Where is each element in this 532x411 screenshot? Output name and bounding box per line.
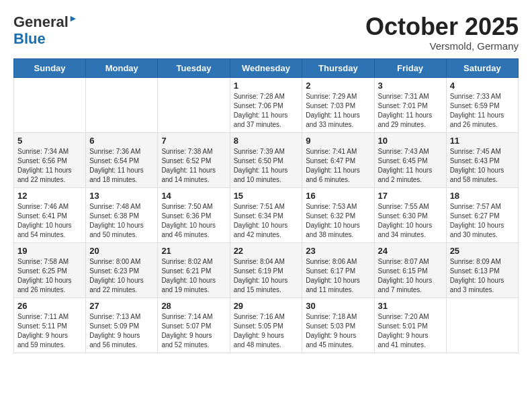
calendar-cell: 18Sunrise: 7:57 AM Sunset: 6:27 PM Dayli… bbox=[446, 187, 518, 242]
calendar-week-row: 1Sunrise: 7:28 AM Sunset: 7:06 PM Daylig… bbox=[14, 77, 519, 132]
weekday-header: Tuesday bbox=[158, 58, 230, 77]
day-info: Sunrise: 8:09 AM Sunset: 6:13 PM Dayligh… bbox=[450, 257, 515, 295]
logo-general: General bbox=[13, 13, 69, 30]
day-number: 29 bbox=[234, 301, 299, 311]
title-section: October 2025 Versmold, Germany bbox=[365, 13, 519, 52]
calendar-cell: 21Sunrise: 8:02 AM Sunset: 6:21 PM Dayli… bbox=[158, 242, 230, 298]
calendar-cell bbox=[14, 77, 86, 132]
day-number: 26 bbox=[17, 301, 82, 311]
calendar-cell: 1Sunrise: 7:28 AM Sunset: 7:06 PM Daylig… bbox=[230, 77, 302, 132]
calendar-cell: 22Sunrise: 8:04 AM Sunset: 6:19 PM Dayli… bbox=[230, 242, 302, 298]
weekday-header: Sunday bbox=[14, 58, 86, 77]
day-number: 8 bbox=[234, 136, 299, 146]
day-number: 17 bbox=[378, 191, 443, 201]
calendar-cell: 30Sunrise: 7:18 AM Sunset: 5:03 PM Dayli… bbox=[302, 298, 374, 353]
calendar-cell: 28Sunrise: 7:14 AM Sunset: 5:07 PM Dayli… bbox=[158, 298, 230, 353]
day-info: Sunrise: 7:46 AM Sunset: 6:41 PM Dayligh… bbox=[17, 202, 82, 240]
day-info: Sunrise: 7:11 AM Sunset: 5:11 PM Dayligh… bbox=[17, 312, 82, 350]
calendar-cell: 19Sunrise: 7:58 AM Sunset: 6:25 PM Dayli… bbox=[14, 242, 86, 298]
day-info: Sunrise: 7:16 AM Sunset: 5:05 PM Dayligh… bbox=[234, 312, 299, 350]
calendar-cell: 4Sunrise: 7:33 AM Sunset: 6:59 PM Daylig… bbox=[446, 77, 518, 132]
weekday-header: Saturday bbox=[446, 58, 518, 77]
day-info: Sunrise: 7:33 AM Sunset: 6:59 PM Dayligh… bbox=[450, 92, 515, 130]
day-number: 24 bbox=[378, 246, 443, 256]
day-info: Sunrise: 7:43 AM Sunset: 6:45 PM Dayligh… bbox=[378, 147, 443, 185]
day-number: 4 bbox=[450, 81, 515, 91]
calendar-week-row: 5Sunrise: 7:34 AM Sunset: 6:56 PM Daylig… bbox=[14, 132, 519, 187]
calendar-cell: 23Sunrise: 8:06 AM Sunset: 6:17 PM Dayli… bbox=[302, 242, 374, 298]
day-number: 25 bbox=[450, 246, 515, 256]
day-number: 11 bbox=[450, 136, 515, 146]
calendar-cell: 3Sunrise: 7:31 AM Sunset: 7:01 PM Daylig… bbox=[374, 77, 446, 132]
calendar-cell: 24Sunrise: 8:07 AM Sunset: 6:15 PM Dayli… bbox=[374, 242, 446, 298]
day-info: Sunrise: 7:50 AM Sunset: 6:36 PM Dayligh… bbox=[161, 202, 226, 240]
day-info: Sunrise: 7:14 AM Sunset: 5:07 PM Dayligh… bbox=[161, 312, 226, 350]
calendar-week-row: 19Sunrise: 7:58 AM Sunset: 6:25 PM Dayli… bbox=[14, 242, 519, 298]
calendar-cell: 5Sunrise: 7:34 AM Sunset: 6:56 PM Daylig… bbox=[14, 132, 86, 187]
day-info: Sunrise: 7:13 AM Sunset: 5:09 PM Dayligh… bbox=[89, 312, 154, 350]
month-title: October 2025 bbox=[365, 13, 519, 40]
day-number: 12 bbox=[17, 191, 82, 201]
day-number: 5 bbox=[17, 136, 82, 146]
day-info: Sunrise: 7:57 AM Sunset: 6:27 PM Dayligh… bbox=[450, 202, 515, 240]
day-number: 23 bbox=[306, 246, 370, 256]
day-number: 22 bbox=[234, 246, 299, 256]
day-number: 30 bbox=[306, 301, 370, 311]
calendar-cell: 10Sunrise: 7:43 AM Sunset: 6:45 PM Dayli… bbox=[374, 132, 446, 187]
day-number: 21 bbox=[161, 246, 226, 256]
calendar-cell: 14Sunrise: 7:50 AM Sunset: 6:36 PM Dayli… bbox=[158, 187, 230, 242]
day-number: 31 bbox=[378, 301, 443, 311]
day-number: 14 bbox=[161, 191, 226, 201]
calendar-cell: 16Sunrise: 7:53 AM Sunset: 6:32 PM Dayli… bbox=[302, 187, 374, 242]
day-number: 28 bbox=[161, 301, 226, 311]
weekday-header: Friday bbox=[374, 58, 446, 77]
calendar-cell: 15Sunrise: 7:51 AM Sunset: 6:34 PM Dayli… bbox=[230, 187, 302, 242]
day-number: 15 bbox=[234, 191, 299, 201]
calendar-cell bbox=[158, 77, 230, 132]
calendar-week-row: 26Sunrise: 7:11 AM Sunset: 5:11 PM Dayli… bbox=[14, 298, 519, 353]
calendar-cell bbox=[86, 77, 158, 132]
day-number: 27 bbox=[89, 301, 154, 311]
calendar-header-row: SundayMondayTuesdayWednesdayThursdayFrid… bbox=[14, 58, 519, 77]
calendar-cell: 25Sunrise: 8:09 AM Sunset: 6:13 PM Dayli… bbox=[446, 242, 518, 298]
logo-blue: Blue bbox=[13, 30, 46, 47]
weekday-header: Thursday bbox=[302, 58, 374, 77]
calendar-cell: 2Sunrise: 7:29 AM Sunset: 7:03 PM Daylig… bbox=[302, 77, 374, 132]
day-info: Sunrise: 7:29 AM Sunset: 7:03 PM Dayligh… bbox=[306, 92, 370, 130]
day-info: Sunrise: 7:38 AM Sunset: 6:52 PM Dayligh… bbox=[161, 147, 226, 185]
day-number: 3 bbox=[378, 81, 443, 91]
day-info: Sunrise: 8:06 AM Sunset: 6:17 PM Dayligh… bbox=[306, 257, 370, 295]
day-number: 16 bbox=[306, 191, 370, 201]
calendar-table: SundayMondayTuesdayWednesdayThursdayFrid… bbox=[13, 58, 519, 353]
weekday-header: Wednesday bbox=[230, 58, 302, 77]
day-info: Sunrise: 7:55 AM Sunset: 6:30 PM Dayligh… bbox=[378, 202, 443, 240]
calendar-cell: 6Sunrise: 7:36 AM Sunset: 6:54 PM Daylig… bbox=[86, 132, 158, 187]
calendar-cell: 9Sunrise: 7:41 AM Sunset: 6:47 PM Daylig… bbox=[302, 132, 374, 187]
calendar-cell: 20Sunrise: 8:00 AM Sunset: 6:23 PM Dayli… bbox=[86, 242, 158, 298]
day-number: 20 bbox=[89, 246, 154, 256]
day-info: Sunrise: 7:20 AM Sunset: 5:01 PM Dayligh… bbox=[378, 312, 443, 350]
day-info: Sunrise: 7:51 AM Sunset: 6:34 PM Dayligh… bbox=[234, 202, 299, 240]
day-info: Sunrise: 7:31 AM Sunset: 7:01 PM Dayligh… bbox=[378, 92, 443, 130]
day-number: 9 bbox=[306, 136, 370, 146]
day-number: 18 bbox=[450, 191, 515, 201]
logo: General► Blue bbox=[13, 13, 78, 47]
day-info: Sunrise: 7:48 AM Sunset: 6:38 PM Dayligh… bbox=[89, 202, 154, 240]
day-info: Sunrise: 7:53 AM Sunset: 6:32 PM Dayligh… bbox=[306, 202, 370, 240]
calendar-cell: 7Sunrise: 7:38 AM Sunset: 6:52 PM Daylig… bbox=[158, 132, 230, 187]
day-info: Sunrise: 7:45 AM Sunset: 6:43 PM Dayligh… bbox=[450, 147, 515, 185]
day-info: Sunrise: 7:39 AM Sunset: 6:50 PM Dayligh… bbox=[234, 147, 299, 185]
day-info: Sunrise: 8:04 AM Sunset: 6:19 PM Dayligh… bbox=[234, 257, 299, 295]
calendar-cell: 11Sunrise: 7:45 AM Sunset: 6:43 PM Dayli… bbox=[446, 132, 518, 187]
day-number: 2 bbox=[306, 81, 370, 91]
calendar-cell: 26Sunrise: 7:11 AM Sunset: 5:11 PM Dayli… bbox=[14, 298, 86, 353]
day-info: Sunrise: 7:41 AM Sunset: 6:47 PM Dayligh… bbox=[306, 147, 370, 185]
day-info: Sunrise: 7:18 AM Sunset: 5:03 PM Dayligh… bbox=[306, 312, 370, 350]
calendar-cell: 13Sunrise: 7:48 AM Sunset: 6:38 PM Dayli… bbox=[86, 187, 158, 242]
day-number: 13 bbox=[89, 191, 154, 201]
calendar-cell: 17Sunrise: 7:55 AM Sunset: 6:30 PM Dayli… bbox=[374, 187, 446, 242]
calendar-cell: 31Sunrise: 7:20 AM Sunset: 5:01 PM Dayli… bbox=[374, 298, 446, 353]
page-header: General► Blue October 2025 Versmold, Ger… bbox=[13, 13, 519, 52]
day-number: 10 bbox=[378, 136, 443, 146]
day-info: Sunrise: 8:02 AM Sunset: 6:21 PM Dayligh… bbox=[161, 257, 226, 295]
